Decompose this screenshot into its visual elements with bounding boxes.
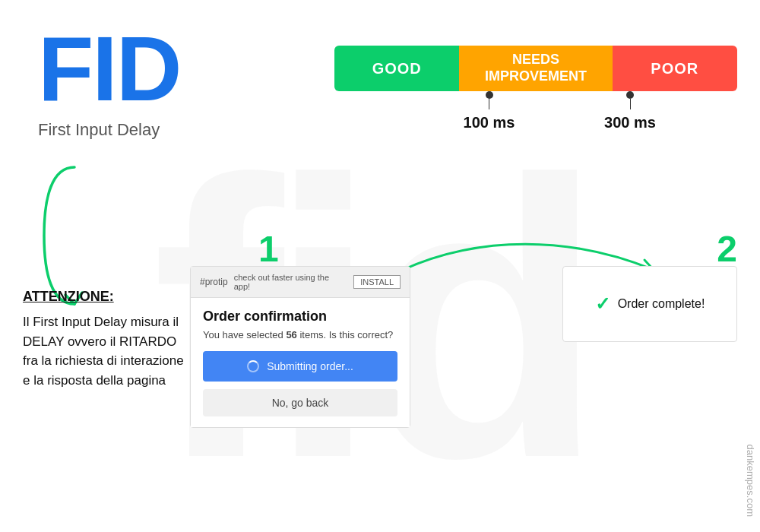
attention-section: ATTENZIONE: Il First Input Delay misura … bbox=[23, 289, 190, 390]
form-desc-suffix: items. Is this correct? bbox=[297, 329, 393, 340]
protip-bar: #protip check out faster using the app! … bbox=[191, 267, 410, 298]
attention-title: ATTENZIONE: bbox=[23, 289, 190, 305]
threshold-label-100ms: 100 ms bbox=[464, 114, 515, 131]
spinner-icon bbox=[247, 360, 259, 372]
performance-bar-section: GOOD NEEDSIMPROVEMENT POOR 100 ms 300 ms bbox=[334, 46, 737, 137]
submit-button[interactable]: Submitting order... bbox=[203, 351, 397, 382]
watermark: dankempes.com bbox=[745, 445, 756, 517]
threshold-label-300ms: 300 ms bbox=[604, 114, 656, 131]
threshold-line-100ms bbox=[489, 99, 489, 109]
install-button[interactable]: INSTALL bbox=[353, 275, 401, 289]
protip-tag: #protip bbox=[200, 277, 228, 287]
checkmark-icon: ✓ bbox=[595, 293, 610, 315]
form-body: Order confirmation You have selected 56 … bbox=[191, 298, 410, 427]
threshold-dot-300ms bbox=[626, 91, 634, 99]
step-1-number: 1 bbox=[258, 228, 279, 270]
step1-card: #protip check out faster using the app! … bbox=[190, 266, 410, 428]
form-description: You have selected 56 items. Is this corr… bbox=[203, 329, 397, 340]
form-title: Order confirmation bbox=[203, 309, 397, 325]
submit-label: Submitting order... bbox=[267, 360, 353, 372]
fid-title-section: FID First Input Delay bbox=[38, 23, 281, 140]
threshold-100ms: 100 ms bbox=[464, 91, 515, 131]
threshold-300ms: 300 ms bbox=[604, 91, 656, 131]
performance-bar: GOOD NEEDSIMPROVEMENT POOR bbox=[334, 46, 737, 91]
step2-card: ✓ Order complete! bbox=[562, 266, 737, 342]
thresholds: 100 ms 300 ms bbox=[334, 91, 737, 137]
form-desc-count: 56 bbox=[286, 329, 296, 340]
protip-text: check out faster using the app! bbox=[234, 273, 347, 291]
bar-poor: POOR bbox=[613, 46, 737, 91]
fid-main-title: FID bbox=[38, 23, 281, 114]
bar-needs-improvement: NEEDSIMPROVEMENT bbox=[459, 46, 612, 91]
form-desc-prefix: You have selected bbox=[203, 329, 286, 340]
bar-good: GOOD bbox=[334, 46, 459, 91]
fid-subtitle: First Input Delay bbox=[38, 120, 281, 140]
back-button[interactable]: No, go back bbox=[203, 389, 397, 416]
threshold-dot-100ms bbox=[486, 91, 493, 99]
step-2-number: 2 bbox=[717, 228, 737, 270]
threshold-line-300ms bbox=[630, 99, 631, 109]
order-complete-text: Order complete! bbox=[618, 297, 705, 311]
attention-text: Il First Input Delay misura il DELAY ovv… bbox=[23, 312, 190, 390]
